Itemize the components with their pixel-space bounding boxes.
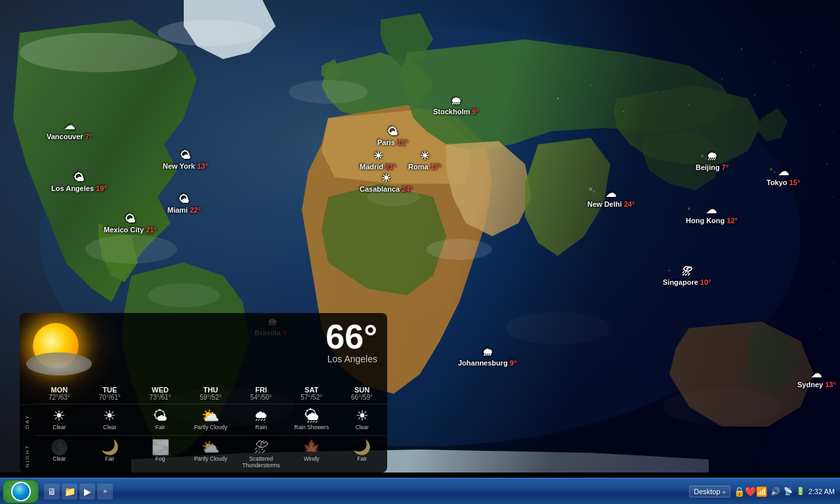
system-tray-icons[interactable]: 🔒❤️📶 (734, 486, 767, 497)
svg-point-25 (656, 91, 657, 93)
city-label-roma: ☀ Roma 17° (408, 150, 441, 171)
cloud-under-sun (26, 352, 92, 375)
taskbar-desktop-button[interactable]: Desktop » (689, 486, 730, 497)
city-label-mexico-city: 🌤 Mexico City 21° (104, 213, 157, 234)
day-icon-mon: ☀ Clear (34, 407, 85, 432)
svg-point-32 (800, 52, 801, 53)
day-icon-sat: 🌦 Rain Showers (286, 407, 337, 432)
svg-point-7 (427, 239, 492, 260)
forecast-header-sun: SUN 66°/59° (337, 386, 387, 404)
current-temp-display: 66° Los Angeles (326, 320, 377, 364)
desktop-label: Desktop (694, 488, 720, 495)
svg-point-35 (833, 131, 834, 132)
city-label-madrid: ☀ Madrid 21° (360, 150, 396, 171)
night-label: NIGHT (20, 439, 34, 472)
day-icon-wed: 🌤 Fair (135, 407, 186, 432)
svg-point-12 (663, 388, 781, 425)
side-labels-col: DAY NIGHT (20, 404, 34, 472)
svg-point-26 (688, 104, 690, 106)
city-label-sydney: ☁ Sydney 13° (797, 368, 836, 388)
taskbar: 🖥 📁 ▶ » Desktop » 🔒❤️📶 🔊 📡 🔋 2:32 AM (0, 478, 840, 504)
city-label-stockholm: 🌧 Stockholm 9° (433, 95, 479, 116)
svg-point-30 (820, 104, 821, 106)
weather-widget: 66° Los Angeles MON 72°/63° TUE 70°/61° … (20, 313, 387, 472)
svg-point-28 (754, 94, 755, 96)
taskbar-quick-launch: 🖥 📁 ▶ » (44, 484, 113, 499)
svg-point-10 (505, 312, 610, 345)
city-label-new-delhi: ☁ New Delhi 24° (587, 187, 635, 208)
svg-point-4 (158, 20, 262, 46)
day-icon-fri: 🌧 Rain (236, 407, 286, 432)
forecast-header-tue: TUE 70°/61° (85, 386, 135, 404)
taskbar-icon-browser[interactable]: 🖥 (44, 484, 60, 499)
svg-point-39 (826, 295, 828, 296)
start-button-orb (11, 482, 31, 501)
svg-point-31 (813, 65, 814, 66)
svg-point-8 (85, 235, 177, 264)
night-icon-thu: ⛅ Partly Cloudy (186, 438, 236, 470)
night-icon-fri: ⛈ Scattered Thunderstorms (236, 438, 286, 470)
night-icon-sun: 🌙 Fair (337, 438, 387, 470)
svg-point-5 (289, 80, 368, 104)
svg-point-37 (833, 196, 834, 198)
city-label-tokyo: ☁ Tokyo 15° (766, 165, 800, 186)
svg-point-34 (741, 49, 742, 50)
forecast-body: ☀ Clear ☀ Clear 🌤 Fair ⛅ Partly Cloudy 🌧… (34, 404, 387, 472)
day-icon-thu: ⛅ Partly Cloudy (186, 407, 236, 432)
day-icon-sun: ☀ Clear (337, 407, 387, 432)
night-icon-mon: 🌑 Clear (34, 438, 85, 470)
svg-point-22 (557, 98, 558, 99)
widget-top: 66° Los Angeles (20, 313, 387, 382)
svg-point-29 (787, 85, 788, 86)
forecast-header-wed: WED 73°/61° (135, 386, 186, 404)
forecast-header-sat: SAT 57°/52° (286, 386, 337, 404)
forecast-header-fri: FRI 54°/50° (236, 386, 286, 404)
taskbar-icon-folder[interactable]: 📁 (62, 484, 77, 499)
taskbar-icon-media[interactable]: ▶ (79, 484, 95, 499)
day-label: DAY (20, 404, 34, 438)
city-label-singapore: ⛈ Singapore 10° (663, 266, 711, 286)
city-label-los-angeles: 🌤 Los Angeles 19° (51, 172, 107, 192)
night-icon-tue: 🌙 Fair (85, 438, 135, 470)
svg-point-3 (20, 33, 177, 72)
taskbar-clock[interactable]: 2:32 AM (808, 488, 835, 495)
forecast-header-thu: THU 59°/52° (186, 386, 236, 404)
current-weather-icon (26, 320, 98, 379)
volume-icon[interactable]: 🔊 (770, 487, 780, 496)
start-button[interactable] (3, 480, 39, 503)
current-city: Los Angeles (326, 354, 377, 364)
svg-point-24 (623, 111, 624, 112)
svg-point-33 (774, 62, 775, 63)
network-icon[interactable]: 📡 (784, 487, 793, 495)
night-icons-row: 🌑 Clear 🌙 Fair 🌫️ Fog ⛅ Partly Cloudy ⛈ … (34, 436, 387, 472)
desktop-expand-icon: » (723, 489, 726, 495)
city-label-hong-kong: ☁ Hong Kong 12° (686, 203, 738, 224)
svg-point-27 (721, 78, 723, 79)
city-label-paris: 🌤 Paris 11° (377, 126, 408, 146)
night-icon-sat: 🍁 Windy (286, 438, 337, 470)
day-icon-tue: ☀ Clear (85, 407, 135, 432)
city-label-johannesburg: 🌧 Johannesburg 9° (458, 346, 516, 367)
header-spacer (20, 382, 34, 404)
svg-point-38 (833, 262, 834, 263)
forecast-header-row: MON 72°/63° TUE 70°/61° WED 73°/61° THU … (20, 382, 387, 404)
svg-point-40 (820, 327, 821, 329)
taskbar-icon-expand[interactable]: » (97, 484, 113, 499)
city-label-miami: 🌤 Miami 22° (167, 194, 201, 214)
night-icon-wed: 🌫️ Fog (135, 438, 186, 470)
forecast-headers: MON 72°/63° TUE 70°/61° WED 73°/61° THU … (34, 382, 387, 404)
svg-point-36 (826, 163, 828, 165)
current-temperature: 66° (326, 320, 377, 354)
svg-point-23 (590, 85, 591, 86)
taskbar-right: Desktop » 🔒❤️📶 🔊 📡 🔋 2:32 AM (689, 486, 840, 497)
forecast-header-mon: MON 72°/63° (34, 386, 85, 404)
battery-icon: 🔋 (796, 487, 805, 495)
city-label-casablanca: ☀ Casablanca 24° (360, 172, 413, 193)
day-icons-row: ☀ Clear ☀ Clear 🌤 Fair ⛅ Partly Cloudy 🌧… (34, 404, 387, 435)
city-label-beijing: 🌨 Beijing 7° (696, 151, 728, 171)
city-label-vancouver: ☁ Vancouver 7° (47, 119, 92, 140)
svg-point-9 (148, 284, 220, 307)
forecast-body-area: DAY NIGHT ☀ Clear ☀ Clear 🌤 Fair ⛅ Partl… (20, 404, 387, 472)
city-label-new-york: 🌤 New York 13° (163, 150, 208, 170)
